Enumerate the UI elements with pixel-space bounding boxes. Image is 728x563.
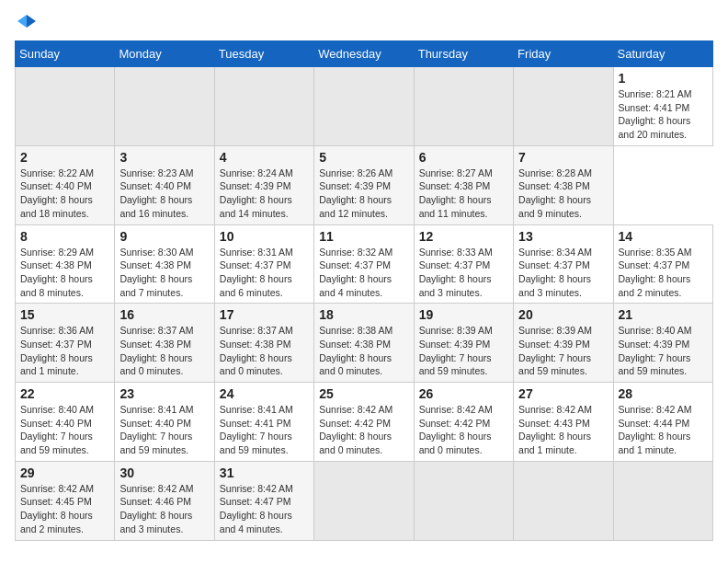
day-number: 10 (220, 229, 309, 244)
calendar-day: 12Sunrise: 8:33 AMSunset: 4:37 PMDayligh… (414, 224, 513, 304)
day-info: Sunrise: 8:40 AMSunset: 4:40 PMDaylight:… (20, 404, 94, 455)
day-info: Sunrise: 8:23 AMSunset: 4:40 PMDaylight:… (119, 167, 193, 219)
day-info: Sunrise: 8:38 AMSunset: 4:38 PMDaylight:… (319, 325, 392, 376)
day-number: 13 (518, 229, 608, 244)
day-number: 26 (419, 386, 508, 401)
calendar-day: 27Sunrise: 8:42 AMSunset: 4:43 PMDayligh… (514, 383, 613, 462)
day-number: 28 (619, 386, 708, 401)
day-info: Sunrise: 8:27 AMSunset: 4:38 PMDaylight:… (419, 167, 493, 219)
calendar-day: 14Sunrise: 8:35 AMSunset: 4:37 PMDayligh… (613, 224, 712, 304)
day-info: Sunrise: 8:42 AMSunset: 4:46 PMDaylight:… (119, 483, 193, 534)
day-number: 2 (20, 150, 109, 165)
day-number: 14 (619, 229, 708, 244)
day-number: 1 (619, 71, 708, 86)
calendar-day: 18Sunrise: 8:38 AMSunset: 4:38 PMDayligh… (314, 304, 414, 383)
header-day-sunday: Sunday (16, 41, 115, 67)
calendar-day: 21Sunrise: 8:40 AMSunset: 4:39 PMDayligh… (613, 304, 712, 383)
calendar-day: 25Sunrise: 8:42 AMSunset: 4:42 PMDayligh… (314, 383, 414, 462)
calendar-day: 9Sunrise: 8:30 AMSunset: 4:38 PMDaylight… (115, 224, 214, 304)
calendar-day: 24Sunrise: 8:41 AMSunset: 4:41 PMDayligh… (214, 383, 313, 462)
logo-flag-icon (17, 15, 36, 31)
calendar-day: 6Sunrise: 8:27 AMSunset: 4:38 PMDaylight… (414, 145, 513, 224)
day-info: Sunrise: 8:32 AMSunset: 4:37 PMDaylight:… (319, 247, 392, 298)
day-info: Sunrise: 8:41 AMSunset: 4:41 PMDaylight:… (220, 404, 293, 455)
calendar-day: 28Sunrise: 8:42 AMSunset: 4:44 PMDayligh… (613, 383, 712, 462)
day-info: Sunrise: 8:35 AMSunset: 4:37 PMDaylight:… (619, 247, 692, 298)
calendar-week-row: 22Sunrise: 8:40 AMSunset: 4:40 PMDayligh… (16, 383, 713, 462)
empty-cell (414, 461, 513, 540)
day-info: Sunrise: 8:31 AMSunset: 4:37 PMDaylight:… (220, 247, 293, 298)
calendar-day: 17Sunrise: 8:37 AMSunset: 4:38 PMDayligh… (214, 304, 313, 383)
calendar-day: 23Sunrise: 8:41 AMSunset: 4:40 PMDayligh… (115, 383, 214, 462)
day-info: Sunrise: 8:36 AMSunset: 4:37 PMDaylight:… (20, 325, 94, 376)
empty-cell (16, 67, 115, 146)
day-info: Sunrise: 8:37 AMSunset: 4:38 PMDaylight:… (119, 325, 193, 376)
day-number: 29 (20, 465, 109, 480)
calendar-day: 30Sunrise: 8:42 AMSunset: 4:46 PMDayligh… (115, 461, 214, 540)
header-day-monday: Monday (115, 41, 214, 67)
calendar-day: 8Sunrise: 8:29 AMSunset: 4:38 PMDaylight… (16, 224, 115, 304)
day-number: 27 (518, 386, 608, 401)
empty-cell (314, 67, 414, 146)
header-day-wednesday: Wednesday (314, 41, 414, 67)
logo (15, 15, 39, 31)
empty-cell (214, 67, 313, 146)
day-number: 4 (220, 150, 309, 165)
empty-cell (314, 461, 414, 540)
day-number: 8 (20, 229, 109, 244)
day-number: 22 (20, 386, 109, 401)
day-number: 21 (619, 307, 708, 322)
day-number: 19 (419, 307, 508, 322)
calendar-week-row: 8Sunrise: 8:29 AMSunset: 4:38 PMDaylight… (16, 224, 713, 304)
calendar-day: 22Sunrise: 8:40 AMSunset: 4:40 PMDayligh… (16, 383, 115, 462)
svg-marker-0 (27, 15, 36, 28)
day-number: 15 (20, 307, 109, 322)
day-info: Sunrise: 8:42 AMSunset: 4:44 PMDaylight:… (619, 404, 692, 455)
day-number: 24 (220, 386, 309, 401)
day-number: 9 (119, 229, 209, 244)
calendar-day: 4Sunrise: 8:24 AMSunset: 4:39 PMDaylight… (214, 145, 313, 224)
day-number: 31 (220, 465, 309, 480)
day-number: 30 (119, 465, 209, 480)
day-number: 16 (119, 307, 209, 322)
day-number: 20 (518, 307, 608, 322)
day-info: Sunrise: 8:28 AMSunset: 4:38 PMDaylight:… (518, 167, 592, 219)
calendar-day: 31Sunrise: 8:42 AMSunset: 4:47 PMDayligh… (214, 461, 313, 540)
calendar-day: 3Sunrise: 8:23 AMSunset: 4:40 PMDaylight… (115, 145, 214, 224)
calendar-header-row: SundayMondayTuesdayWednesdayThursdayFrid… (16, 41, 713, 67)
calendar-day: 16Sunrise: 8:37 AMSunset: 4:38 PMDayligh… (115, 304, 214, 383)
day-number: 25 (319, 386, 408, 401)
day-number: 7 (518, 150, 608, 165)
day-info: Sunrise: 8:41 AMSunset: 4:40 PMDaylight:… (119, 404, 193, 455)
header-day-thursday: Thursday (414, 41, 513, 67)
calendar-day: 20Sunrise: 8:39 AMSunset: 4:39 PMDayligh… (514, 304, 613, 383)
empty-cell (613, 461, 712, 540)
day-info: Sunrise: 8:34 AMSunset: 4:37 PMDaylight:… (518, 247, 592, 298)
day-info: Sunrise: 8:29 AMSunset: 4:38 PMDaylight:… (20, 247, 94, 298)
day-info: Sunrise: 8:21 AMSunset: 4:41 PMDaylight:… (619, 88, 692, 140)
day-info: Sunrise: 8:42 AMSunset: 4:43 PMDaylight:… (518, 404, 592, 455)
day-info: Sunrise: 8:33 AMSunset: 4:37 PMDaylight:… (419, 247, 493, 298)
calendar-week-row: 15Sunrise: 8:36 AMSunset: 4:37 PMDayligh… (16, 304, 713, 383)
header-day-friday: Friday (514, 41, 613, 67)
empty-cell (514, 67, 613, 146)
day-info: Sunrise: 8:40 AMSunset: 4:39 PMDaylight:… (619, 325, 692, 376)
day-number: 3 (119, 150, 209, 165)
calendar-day: 2Sunrise: 8:22 AMSunset: 4:40 PMDaylight… (16, 145, 115, 224)
day-info: Sunrise: 8:42 AMSunset: 4:42 PMDaylight:… (419, 404, 493, 455)
calendar-day: 19Sunrise: 8:39 AMSunset: 4:39 PMDayligh… (414, 304, 513, 383)
day-info: Sunrise: 8:39 AMSunset: 4:39 PMDaylight:… (419, 325, 493, 376)
day-info: Sunrise: 8:42 AMSunset: 4:42 PMDaylight:… (319, 404, 392, 455)
calendar-day: 13Sunrise: 8:34 AMSunset: 4:37 PMDayligh… (514, 224, 613, 304)
calendar-day: 10Sunrise: 8:31 AMSunset: 4:37 PMDayligh… (214, 224, 313, 304)
calendar-week-row: 1Sunrise: 8:21 AMSunset: 4:41 PMDaylight… (16, 67, 713, 146)
calendar-day: 29Sunrise: 8:42 AMSunset: 4:45 PMDayligh… (16, 461, 115, 540)
day-number: 18 (319, 307, 408, 322)
day-info: Sunrise: 8:37 AMSunset: 4:38 PMDaylight:… (220, 325, 293, 376)
day-number: 23 (119, 386, 209, 401)
day-info: Sunrise: 8:39 AMSunset: 4:39 PMDaylight:… (518, 325, 592, 376)
day-info: Sunrise: 8:24 AMSunset: 4:39 PMDaylight:… (220, 167, 293, 219)
calendar-day: 26Sunrise: 8:42 AMSunset: 4:42 PMDayligh… (414, 383, 513, 462)
calendar-week-row: 29Sunrise: 8:42 AMSunset: 4:45 PMDayligh… (16, 461, 713, 540)
day-info: Sunrise: 8:42 AMSunset: 4:47 PMDaylight:… (220, 483, 293, 534)
